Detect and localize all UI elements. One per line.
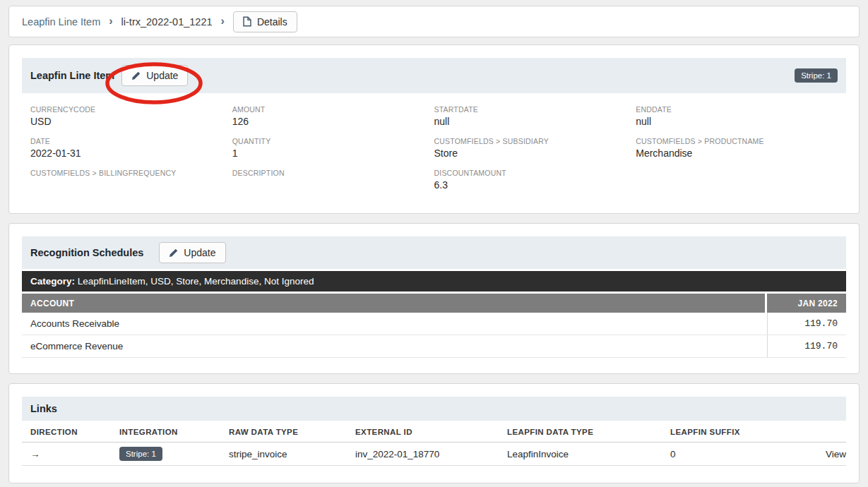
recognition-card-header: Recognition Schedules Update <box>22 236 846 269</box>
raw-data-type-column-header: RAW DATA TYPE <box>220 422 347 443</box>
details-button-label: Details <box>257 16 287 28</box>
field-label: ENDDATE <box>636 105 838 114</box>
arrow-right-icon: → <box>22 443 111 466</box>
field-label: CUSTOMFIELDS > SUBSIDIARY <box>434 137 636 145</box>
field-label: DISCOUNTAMOUNT <box>434 169 636 177</box>
integration-column-header: INTEGRATION <box>111 422 220 443</box>
stripe-badge: Stripe: 1 <box>795 68 838 83</box>
leapfin-data-type-column-header: LEAPFIN DATA TYPE <box>499 422 662 443</box>
direction-column-header: DIRECTION <box>22 422 111 443</box>
field-label: CURRENCYCODE <box>30 105 232 114</box>
breadcrumb-root-link[interactable]: Leapfin Line Item <box>22 16 100 28</box>
field-subsidiary: CUSTOMFIELDS > SUBSIDIARY Store <box>434 137 636 160</box>
field-value <box>30 179 232 191</box>
recognition-schedules-card: Recognition Schedules Update Category: L… <box>8 223 860 374</box>
account-name: eCommerce Revenue <box>22 341 767 351</box>
links-card-header: Links <box>22 397 846 421</box>
links-table: DIRECTION INTEGRATION RAW DATA TYPE EXTE… <box>22 422 846 466</box>
field-billingfrequency: CUSTOMFIELDS > BILLINGFREQUENCY <box>30 169 232 192</box>
update-button-label: Update <box>146 70 178 81</box>
field-description: DESCRIPTION <box>232 169 434 192</box>
field-label: STARTDATE <box>434 105 636 114</box>
stripe-badge: Stripe: 1 <box>119 447 162 461</box>
links-card-title: Links <box>30 403 57 414</box>
pencil-icon <box>169 248 178 258</box>
links-table-header-row: DIRECTION INTEGRATION RAW DATA TYPE EXTE… <box>22 422 846 443</box>
leapfin-data-type-cell: LeapfinInvoice <box>499 443 662 466</box>
field-value: 1 <box>232 148 434 160</box>
amount-value: 119.70 <box>767 335 846 357</box>
document-icon <box>243 16 251 27</box>
field-value: null <box>434 116 636 128</box>
page: Leapfin Line Item › li-trx_2022-01_1221 … <box>0 0 868 487</box>
field-discountamount: DISCOUNTAMOUNT 6.3 <box>434 169 636 192</box>
field-label: AMOUNT <box>232 105 434 114</box>
account-name: Accounts Receivable <box>22 318 767 329</box>
leapfin-suffix-cell: 0 <box>662 443 775 466</box>
update-button-label: Update <box>184 247 215 258</box>
amount-value: 119.70 <box>767 313 846 335</box>
field-quantity: QUANTITY 1 <box>232 137 434 160</box>
account-column-header: ACCOUNT <box>22 294 765 313</box>
line-item-fields: CURRENCYCODE USD AMOUNT 126 STARTDATE nu… <box>22 93 846 200</box>
line-item-card-title: Leapfin Line Item <box>30 70 114 81</box>
pencil-icon <box>131 71 141 80</box>
chevron-right-icon: › <box>221 15 225 28</box>
leapfin-suffix-column-header: LEAPFIN SUFFIX <box>662 422 775 443</box>
table-row: eCommerce Revenue 119.70 <box>22 335 846 358</box>
integration-cell: Stripe: 1 <box>111 443 220 466</box>
category-bar: Category: LeapfinLineItem, USD, Store, M… <box>22 271 846 291</box>
line-item-card-header: Leapfin Line Item Update Stripe: 1 <box>22 58 846 93</box>
table-row: Accounts Receivable 119.70 <box>22 313 846 335</box>
field-value <box>232 179 434 191</box>
category-label: Category: <box>30 276 75 287</box>
field-currencycode: CURRENCYCODE USD <box>30 105 232 128</box>
action-column-header <box>775 422 846 443</box>
category-value: LeapfinLineItem, USD, Store, Merchandise… <box>75 276 314 287</box>
field-value: Merchandise <box>636 148 838 160</box>
field-enddate: ENDDATE null <box>636 105 838 128</box>
breadcrumb-current: li-trx_2022-01_1221 <box>121 16 213 28</box>
breadcrumb: Leapfin Line Item › li-trx_2022-01_1221 … <box>8 6 860 37</box>
line-item-update-button[interactable]: Update <box>121 65 188 86</box>
field-value: null <box>636 116 838 128</box>
recognition-card-title: Recognition Schedules <box>30 247 143 258</box>
chevron-right-icon: › <box>109 15 112 28</box>
field-value: 2022-01-31 <box>30 148 232 160</box>
field-label: CUSTOMFIELDS > BILLINGFREQUENCY <box>30 169 232 177</box>
recognition-table-header: ACCOUNT JAN 2022 <box>22 294 846 313</box>
field-label: DESCRIPTION <box>232 169 434 177</box>
raw-data-type-cell: stripe_invoice <box>220 443 347 466</box>
field-value: 126 <box>232 116 434 128</box>
field-productname: CUSTOMFIELDS > PRODUCTNAME Merchandise <box>636 137 838 160</box>
field-startdate: STARTDATE null <box>434 105 636 128</box>
details-button[interactable]: Details <box>233 11 297 32</box>
view-link[interactable]: View <box>775 443 846 466</box>
field-value: Store <box>434 148 636 160</box>
field-amount: AMOUNT 126 <box>232 105 434 128</box>
table-row: → Stripe: 1 stripe_invoice inv_2022-01_1… <box>22 443 846 466</box>
links-card: Links DIRECTION INTEGRATION RAW DATA TYP… <box>8 383 860 483</box>
field-value: 6.3 <box>434 179 636 191</box>
field-label: DATE <box>30 137 232 145</box>
field-label: CUSTOMFIELDS > PRODUCTNAME <box>636 137 838 145</box>
recognition-update-button[interactable]: Update <box>159 242 225 263</box>
field-date: DATE 2022-01-31 <box>30 137 232 160</box>
external-id-cell: inv_2022-01_18770 <box>347 443 499 466</box>
line-item-card: Leapfin Line Item Update Stripe: 1 CURRE… <box>8 44 860 214</box>
field-value: USD <box>30 116 232 128</box>
field-label: QUANTITY <box>232 137 434 145</box>
external-id-column-header: EXTERNAL ID <box>347 422 499 443</box>
period-column-header: JAN 2022 <box>767 294 846 313</box>
